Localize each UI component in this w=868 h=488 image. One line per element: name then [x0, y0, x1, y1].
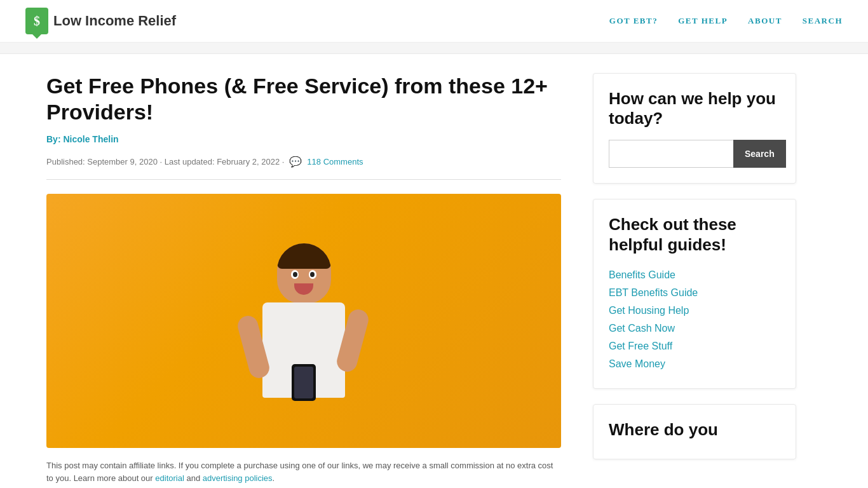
sidebar-guides-box: Check out these helpful guides! Benefits…	[593, 199, 796, 388]
site-logo[interactable]: $ Low Income Relief	[25, 8, 176, 34]
caption-between: and	[184, 473, 203, 483]
sidebar-link-benefits-guide[interactable]: Benefits Guide	[609, 266, 780, 284]
nav-search[interactable]: SEARCH	[803, 16, 843, 26]
article-dates: Published: September 9, 2020 · Last upda…	[46, 157, 284, 166]
main-nav: GOT EBT? GET HELP ABOUT SEARCH	[609, 16, 843, 26]
editorial-link[interactable]: editorial	[155, 473, 184, 483]
figure-hair	[277, 243, 331, 269]
byline-prefix: By:	[46, 134, 63, 144]
hero-image	[46, 194, 561, 448]
search-button[interactable]: Search	[733, 140, 786, 168]
article-author[interactable]: Nicole Thelin	[63, 134, 118, 144]
sidebar-link-housing-help[interactable]: Get Housing Help	[609, 302, 780, 320]
figure-phone-screen	[294, 367, 313, 398]
figure-mouth	[294, 283, 313, 295]
search-input[interactable]	[609, 140, 733, 168]
search-row: Search	[609, 140, 780, 168]
comments-link[interactable]: 118 Comments	[307, 157, 363, 166]
sidebar-where-box: Where do you	[593, 404, 796, 459]
site-header: $ Low Income Relief GOT EBT? GET HELP AB…	[0, 0, 868, 43]
sidebar-link-save-money[interactable]: Save Money	[609, 355, 780, 373]
sidebar-guides-heading: Check out these helpful guides!	[609, 215, 780, 254]
sidebar-where-heading: Where do you	[609, 420, 780, 440]
figure-eyes	[277, 270, 331, 279]
article-title: Get Free Phones (& Free Service) from th…	[46, 73, 561, 125]
figure-head	[277, 243, 331, 304]
caption-end: .	[273, 473, 275, 483]
article-area: Get Free Phones (& Free Service) from th…	[46, 73, 593, 485]
advertising-link[interactable]: advertising policies	[203, 473, 273, 483]
figure-phone	[292, 364, 316, 401]
article-byline: By: Nicole Thelin	[46, 134, 561, 144]
sidebar-link-free-stuff[interactable]: Get Free Stuff	[609, 337, 780, 355]
figure-eye-right	[309, 270, 316, 279]
main-wrapper: Get Free Phones (& Free Service) from th…	[21, 54, 847, 488]
caption-text: This post may contain affiliate links. I…	[46, 461, 553, 484]
sidebar-search-heading: How can we help you today?	[609, 89, 780, 128]
sidebar-search-box: How can we help you today? Search	[593, 73, 796, 184]
sidebar: How can we help you today? Search Check …	[593, 73, 796, 485]
sub-header-bar	[0, 43, 868, 54]
nav-got-ebt[interactable]: GOT EBT?	[609, 16, 658, 26]
sidebar-link-ebt-benefits[interactable]: EBT Benefits Guide	[609, 284, 780, 302]
hero-figure	[262, 243, 345, 398]
comment-icon: 💬	[289, 156, 302, 168]
nav-about[interactable]: ABOUT	[748, 16, 782, 26]
figure-body	[262, 302, 345, 398]
figure-arm-right	[335, 308, 371, 374]
logo-icon: $	[25, 8, 48, 34]
figure-arm-left	[236, 314, 272, 381]
figure-eye-left	[291, 270, 299, 279]
article-meta: Published: September 9, 2020 · Last upda…	[46, 156, 561, 180]
article-caption: This post may contain affiliate links. I…	[46, 459, 561, 486]
nav-get-help[interactable]: GET HELP	[678, 16, 728, 26]
logo-text: Low Income Relief	[53, 13, 176, 29]
sidebar-link-cash-now[interactable]: Get Cash Now	[609, 320, 780, 337]
